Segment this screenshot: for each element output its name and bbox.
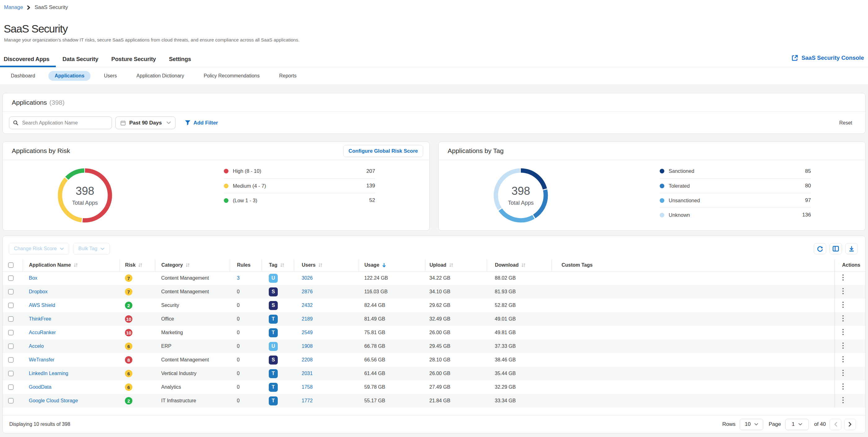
row-actions-button[interactable] bbox=[835, 312, 865, 326]
column-header-custom-tags[interactable]: Custom Tags bbox=[552, 259, 835, 271]
row-actions-button[interactable] bbox=[835, 299, 865, 312]
row-actions-button[interactable] bbox=[835, 285, 865, 299]
users-count-link[interactable]: 3026 bbox=[302, 275, 313, 280]
row-checkbox[interactable] bbox=[8, 289, 13, 295]
row-actions-button[interactable] bbox=[835, 271, 865, 285]
row-checkbox[interactable] bbox=[8, 303, 13, 308]
row-actions-button[interactable] bbox=[835, 394, 865, 408]
row-actions-icon[interactable] bbox=[842, 356, 844, 363]
column-header-application-name[interactable]: Application Name bbox=[23, 259, 119, 271]
table-row: GoodData6Analytics0T175859.78 GB27.49 GB… bbox=[3, 380, 865, 394]
row-actions-button[interactable] bbox=[835, 326, 865, 339]
column-header-actions[interactable]: Actions bbox=[835, 259, 865, 271]
tab-discovered-apps[interactable]: Discovered Apps bbox=[0, 56, 56, 67]
tag-badge: S bbox=[269, 356, 278, 365]
row-checkbox[interactable] bbox=[8, 371, 13, 376]
subtab-applications[interactable]: Applications bbox=[49, 71, 91, 81]
column-header-rules[interactable]: Rules bbox=[230, 259, 261, 271]
page-select[interactable]: 1 bbox=[785, 419, 809, 430]
row-checkbox[interactable] bbox=[8, 343, 13, 349]
application-name-link[interactable]: WeTransfer bbox=[29, 357, 55, 362]
row-actions-button[interactable] bbox=[835, 367, 865, 380]
application-name-link[interactable]: Box bbox=[29, 275, 37, 280]
download-button[interactable] bbox=[845, 243, 858, 254]
row-actions-button[interactable] bbox=[835, 353, 865, 367]
legend-dot bbox=[660, 184, 664, 188]
row-actions-icon[interactable] bbox=[842, 274, 844, 281]
reset-button[interactable]: Reset bbox=[839, 120, 852, 126]
risk-score-badge: 10 bbox=[125, 315, 132, 323]
column-header-usage[interactable]: Usage bbox=[359, 259, 425, 271]
row-checkbox[interactable] bbox=[8, 384, 13, 390]
rows-per-page-select[interactable]: 10 bbox=[740, 419, 763, 430]
subtab-application-dictionary[interactable]: Application Dictionary bbox=[130, 71, 190, 81]
row-checkbox[interactable] bbox=[8, 357, 13, 363]
saas-security-console-link[interactable]: SaaS Security Console bbox=[792, 55, 864, 61]
usage-cell: 55.17 GB bbox=[359, 394, 425, 408]
row-actions-icon[interactable] bbox=[842, 342, 844, 349]
rules-cell[interactable]: 3 bbox=[230, 271, 261, 285]
table-row: Dropbox7Content Management0S2876116.03 G… bbox=[3, 285, 865, 299]
row-actions-icon[interactable] bbox=[842, 383, 844, 390]
subtab-policy-recommendations[interactable]: Policy Recommendations bbox=[197, 71, 266, 81]
tab-settings[interactable]: Settings bbox=[162, 56, 197, 67]
column-header-checkbox[interactable] bbox=[3, 259, 23, 271]
tab-posture-security[interactable]: Posture Security bbox=[105, 56, 162, 67]
tag-legend: Sanctioned85Tolerated80Unsanctioned97Unk… bbox=[660, 164, 811, 230]
row-checkbox[interactable] bbox=[8, 316, 13, 322]
select-all-checkbox[interactable] bbox=[8, 262, 13, 268]
column-header-download[interactable]: Download bbox=[487, 259, 552, 271]
previous-page-button[interactable] bbox=[830, 419, 841, 430]
bulk-tag-button[interactable]: Bulk Tag bbox=[73, 243, 110, 255]
users-count-link[interactable]: 2208 bbox=[302, 357, 313, 362]
add-filter-button[interactable]: Add Filter bbox=[185, 120, 218, 126]
row-actions-icon[interactable] bbox=[842, 315, 844, 322]
column-header-tag[interactable]: Tag bbox=[261, 259, 294, 271]
users-count-link[interactable]: 1758 bbox=[302, 384, 313, 390]
row-actions-icon[interactable] bbox=[842, 301, 844, 308]
column-header-upload[interactable]: Upload bbox=[425, 259, 487, 271]
column-header-risk[interactable]: Risk bbox=[119, 259, 155, 271]
refresh-button[interactable] bbox=[814, 243, 826, 254]
subtab-dashboard[interactable]: Dashboard bbox=[5, 71, 41, 81]
subtab-users[interactable]: Users bbox=[98, 71, 123, 81]
breadcrumb-manage[interactable]: Manage bbox=[4, 4, 23, 10]
upload-cell: 21.84 GB bbox=[425, 394, 487, 408]
row-checkbox[interactable] bbox=[8, 330, 13, 335]
breadcrumb-current: SaaS Security bbox=[34, 4, 68, 10]
column-header-users[interactable]: Users bbox=[294, 259, 359, 271]
row-actions-icon[interactable] bbox=[842, 329, 844, 335]
row-actions-icon[interactable] bbox=[842, 369, 844, 376]
column-header-category[interactable]: Category bbox=[155, 259, 230, 271]
search-application-input[interactable] bbox=[9, 116, 112, 129]
application-name-link[interactable]: Google Cloud Storage bbox=[29, 398, 78, 403]
row-actions-button[interactable] bbox=[835, 380, 865, 394]
change-risk-score-button[interactable]: Change Risk Score bbox=[9, 243, 69, 255]
subtab-reports[interactable]: Reports bbox=[273, 71, 303, 81]
row-checkbox[interactable] bbox=[8, 398, 13, 404]
tag-badge: T bbox=[269, 396, 278, 405]
next-page-button[interactable] bbox=[844, 419, 856, 430]
row-actions-button[interactable] bbox=[835, 339, 865, 353]
application-name-link[interactable]: AWS Shield bbox=[29, 303, 55, 308]
row-actions-icon[interactable] bbox=[842, 397, 844, 404]
row-actions-icon[interactable] bbox=[842, 288, 844, 295]
application-name-link[interactable]: Dropbox bbox=[29, 289, 48, 294]
users-count-link[interactable]: 1772 bbox=[302, 398, 313, 403]
application-name-link[interactable]: LinkedIn Learning bbox=[29, 371, 68, 376]
configure-global-risk-score-button[interactable]: Configure Global Risk Score bbox=[343, 145, 423, 157]
users-count-link[interactable]: 2189 bbox=[302, 316, 313, 322]
users-count-link[interactable]: 2031 bbox=[302, 371, 313, 376]
application-name-link[interactable]: Accelo bbox=[29, 343, 44, 349]
row-checkbox[interactable] bbox=[8, 275, 13, 281]
tab-data-security[interactable]: Data Security bbox=[56, 56, 105, 67]
application-name-link[interactable]: GoodData bbox=[29, 384, 52, 390]
application-name-link[interactable]: ThinkFree bbox=[29, 316, 51, 322]
users-count-link[interactable]: 2876 bbox=[302, 289, 313, 294]
users-count-link[interactable]: 2549 bbox=[302, 330, 313, 335]
columns-button[interactable] bbox=[830, 243, 842, 254]
users-count-link[interactable]: 2432 bbox=[302, 303, 313, 308]
application-name-link[interactable]: AccuRanker bbox=[29, 330, 56, 335]
users-count-link[interactable]: 1908 bbox=[302, 343, 313, 349]
date-range-dropdown[interactable]: Past 90 Days bbox=[115, 116, 176, 129]
